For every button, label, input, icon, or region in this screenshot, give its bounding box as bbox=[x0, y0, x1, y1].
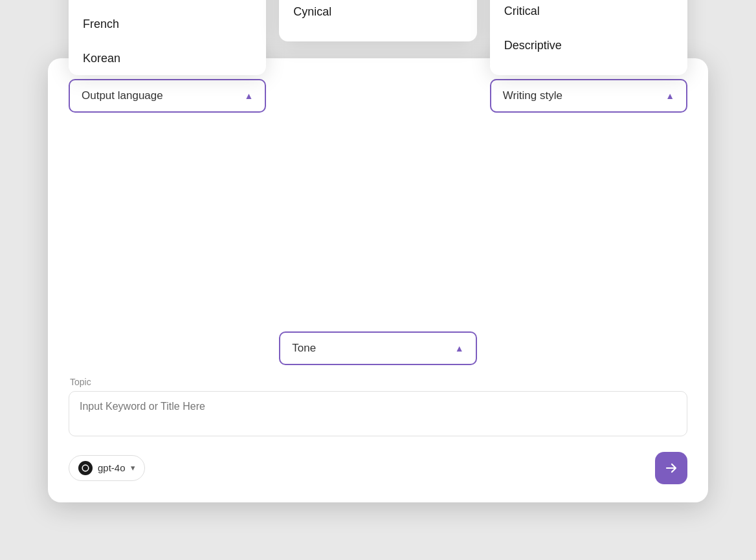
topic-label: Topic bbox=[69, 377, 687, 387]
send-button[interactable] bbox=[655, 452, 687, 484]
tone-dropdown-wrapper: Default Authoritative Casual Clinical Co… bbox=[279, 79, 476, 365]
tone-select-label: Tone bbox=[292, 342, 316, 355]
language-select-label: Output language bbox=[82, 89, 163, 102]
list-item[interactable]: Emotional bbox=[279, 29, 476, 41]
language-arrow-icon: ▲ bbox=[244, 91, 253, 101]
bottom-bar: gpt-4o ▾ bbox=[69, 452, 687, 484]
writing-style-dropdown-panel: Default Academic Argumentative Conversat… bbox=[490, 0, 687, 75]
list-item[interactable]: Descriptive bbox=[490, 28, 687, 63]
dropdowns-row: English Chinese (Simplified) Chinese (Tr… bbox=[69, 79, 687, 365]
list-item[interactable]: Critical bbox=[490, 0, 687, 28]
writing-style-select-button[interactable]: Writing style ▲ bbox=[490, 79, 687, 113]
list-item[interactable]: Epigrammatic bbox=[490, 63, 687, 75]
list-item[interactable]: Cynical bbox=[279, 0, 476, 29]
language-select-button[interactable]: Output language ▲ bbox=[69, 79, 266, 113]
language-dropdown-wrapper: English Chinese (Simplified) Chinese (Tr… bbox=[69, 79, 266, 365]
model-name: gpt-4o bbox=[98, 462, 126, 473]
list-item[interactable]: French bbox=[69, 7, 266, 41]
tone-select-button[interactable]: Tone ▲ bbox=[279, 331, 476, 365]
writing-style-arrow-icon: ▲ bbox=[665, 91, 674, 101]
writing-style-select-label: Writing style bbox=[503, 89, 562, 102]
list-item[interactable]: Korean bbox=[69, 41, 266, 75]
main-card: English Chinese (Simplified) Chinese (Tr… bbox=[48, 58, 708, 502]
language-dropdown-panel: English Chinese (Simplified) Chinese (Tr… bbox=[69, 0, 266, 75]
topic-input[interactable] bbox=[69, 391, 687, 436]
tone-arrow-icon: ▲ bbox=[455, 343, 464, 353]
model-chevron-icon: ▾ bbox=[131, 463, 135, 473]
model-selector[interactable]: gpt-4o ▾ bbox=[69, 455, 145, 481]
topic-section: Topic bbox=[69, 377, 687, 439]
list-item[interactable]: Spanish bbox=[69, 0, 266, 7]
tone-dropdown-panel: Default Authoritative Casual Clinical Co… bbox=[279, 0, 476, 41]
writing-style-dropdown-wrapper: Default Academic Argumentative Conversat… bbox=[490, 79, 687, 365]
openai-icon bbox=[78, 461, 93, 475]
